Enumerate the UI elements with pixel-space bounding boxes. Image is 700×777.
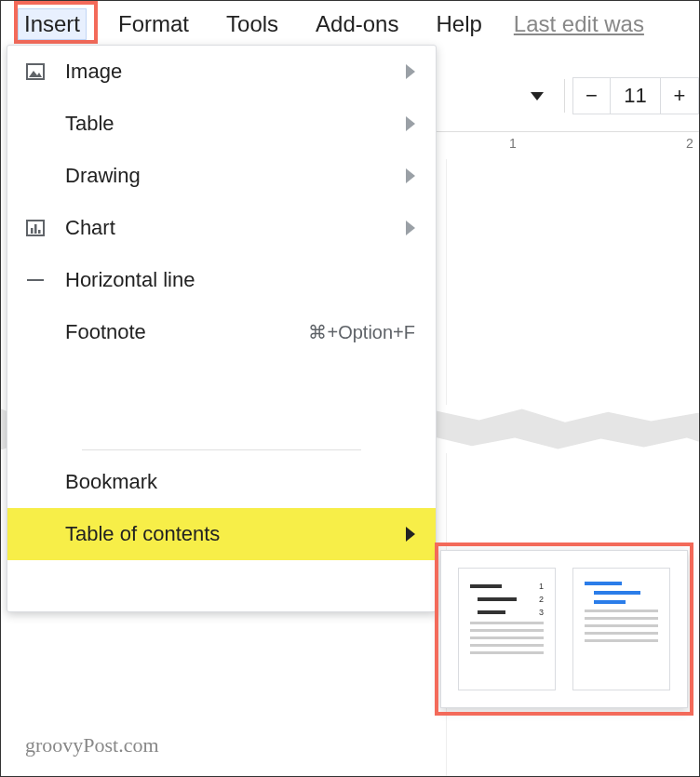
torn-spacer bbox=[7, 358, 436, 444]
font-size-stepper: − 11 + bbox=[572, 77, 699, 114]
font-size-value[interactable]: 11 bbox=[611, 78, 661, 114]
menu-item-label: Image bbox=[65, 60, 406, 84]
toolbar-dropdown-icon[interactable] bbox=[531, 92, 544, 100]
menu-item-label: Table of contents bbox=[65, 522, 406, 546]
menu-addons[interactable]: Add-ons bbox=[310, 9, 404, 39]
menu-separator bbox=[82, 449, 361, 450]
ruler-tick-2: 2 bbox=[686, 136, 693, 151]
submenu-caret-icon bbox=[406, 221, 415, 235]
menubar: Insert Format Tools Add-ons Help Last ed… bbox=[1, 1, 699, 46]
svg-marker-1 bbox=[29, 71, 42, 77]
svg-rect-3 bbox=[31, 228, 34, 234]
menu-tools[interactable]: Tools bbox=[221, 9, 284, 39]
menu-item-label: Chart bbox=[65, 216, 406, 240]
watermark-label: groovyPost.com bbox=[25, 733, 159, 757]
menu-item-label: Table bbox=[65, 112, 406, 136]
toc-submenu: 1 2 3 bbox=[440, 550, 688, 708]
toolbar: − 11 + bbox=[531, 77, 699, 114]
menu-item-table-of-contents[interactable]: Table of contents bbox=[7, 508, 436, 560]
svg-rect-5 bbox=[38, 230, 41, 234]
menu-item-label: Horizontal line bbox=[65, 268, 415, 292]
submenu-caret-icon bbox=[406, 64, 415, 79]
menu-item-chart[interactable]: Chart bbox=[7, 202, 436, 254]
submenu-caret-icon bbox=[406, 168, 415, 183]
svg-rect-6 bbox=[27, 279, 44, 281]
font-size-increase[interactable]: + bbox=[661, 78, 698, 114]
menu-item-footnote[interactable]: Footnote ⌘+Option+F bbox=[7, 306, 436, 358]
svg-rect-4 bbox=[34, 224, 37, 234]
toc-option-with-page-numbers[interactable]: 1 2 3 bbox=[458, 568, 556, 690]
menu-item-horizontal-line[interactable]: Horizontal line bbox=[7, 254, 436, 306]
menu-item-bookmark[interactable]: Bookmark bbox=[7, 456, 436, 508]
menu-item-table[interactable]: Table bbox=[7, 98, 436, 150]
menu-item-shortcut: ⌘+Option+F bbox=[308, 321, 415, 343]
toc-option-with-links[interactable] bbox=[572, 568, 670, 690]
menu-format[interactable]: Format bbox=[113, 9, 195, 39]
menu-insert[interactable]: Insert bbox=[18, 8, 87, 40]
menu-item-label: Footnote bbox=[65, 320, 308, 344]
insert-dropdown: Image Table Drawing Chart Horizontal lin… bbox=[7, 45, 437, 612]
menu-item-label: Bookmark bbox=[65, 470, 415, 494]
menu-item-label: Drawing bbox=[65, 164, 406, 188]
image-icon bbox=[24, 60, 65, 83]
last-edit-link[interactable]: Last edit was bbox=[514, 11, 644, 37]
ruler-tick-1: 1 bbox=[509, 136, 517, 151]
toolbar-separator bbox=[564, 79, 565, 113]
font-size-decrease[interactable]: − bbox=[573, 78, 611, 114]
menu-help[interactable]: Help bbox=[430, 9, 487, 39]
submenu-caret-icon bbox=[406, 527, 415, 542]
ruler: 1 2 bbox=[437, 131, 699, 157]
horizontal-line-icon bbox=[24, 269, 65, 291]
submenu-caret-icon bbox=[406, 116, 415, 131]
menu-item-image[interactable]: Image bbox=[7, 46, 436, 98]
chart-icon bbox=[24, 217, 65, 239]
menu-item-drawing[interactable]: Drawing bbox=[7, 150, 436, 202]
